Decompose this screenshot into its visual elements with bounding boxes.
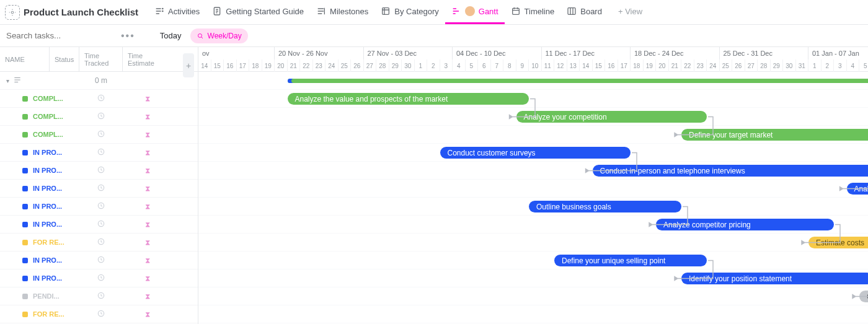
gantt-bar[interactable]: Identify your position statement [681,273,868,284]
day-label: 23 [313,59,326,72]
gantt-bar[interactable]: Analyze your competition [516,111,707,123]
day-label: 30 [783,59,796,72]
gantt-bar[interactable]: Analyze the value and prospects of the m… [288,93,529,105]
day-label: 7 [491,59,504,72]
status-text: IN PRO... [33,167,62,174]
status-badge [22,186,28,191]
status-badge [22,114,28,120]
day-label: 16 [224,59,237,72]
day-label: 19 [262,59,275,72]
gantt-bar[interactable]: Conduct customer surveys [440,147,631,159]
svg-point-0 [11,11,14,14]
gantt-row: Present messaging framework [198,305,868,323]
week-label: 04 Dec - 10 Dec [453,47,542,59]
day-label: 6 [478,59,491,72]
table-row[interactable]: IN PRO...⧗ [0,269,198,287]
day-label: 23 [694,59,707,72]
hourglass-icon: ⧗ [145,202,150,211]
gantt-bar[interactable]: Conduct in-person and telephone intervie… [593,165,869,177]
hourglass-icon: ⧗ [145,238,150,247]
table-row[interactable]: FOR RE...⧗ [0,234,198,252]
status-badge [22,258,28,263]
day-label: 21 [288,59,301,72]
search-input[interactable] [5,28,112,43]
clock-icon [97,129,105,140]
time-header: ov20 Nov - 26 Nov27 Nov - 03 Dec04 Dec -… [198,47,868,72]
gantt-chart[interactable]: Today Analyze the value and prospects of… [198,72,868,324]
status-text: IN PRO... [33,185,62,192]
week-label: 20 Nov - 26 Nov [275,47,364,59]
overview-bar[interactable] [288,79,869,83]
gantt-bar[interactable]: Outline business goals [529,201,681,212]
add-column-button[interactable]: + [183,53,194,77]
collapse-caret-icon[interactable]: ▾ [6,77,9,84]
svg-rect-5 [512,8,519,14]
today-button[interactable]: Today [160,31,182,40]
table-row[interactable]: IN PRO...⧗ [0,198,198,216]
day-label: 18 [249,59,262,72]
table-row[interactable]: COMPL...⧗ [0,90,198,108]
gantt-bar[interactable]: Define your unique selling point [554,255,707,266]
tab-bycategory[interactable]: By Category [374,1,445,24]
table-row[interactable]: PENDI...⧗ [0,287,198,305]
day-label: 30 [402,59,415,72]
add-view-button[interactable]: + View [612,1,649,24]
table-row[interactable]: IN PRO...⧗ [0,216,198,234]
clock-icon [97,94,105,104]
gantt-row: Define your target market [198,126,868,144]
day-label: 27 [364,59,377,72]
table-row[interactable]: COMPL...⧗ [0,108,198,126]
zoom-chip[interactable]: Week/Day [190,28,248,43]
day-label: 17 [237,59,250,72]
tab-guide[interactable]: Getting Started Guide [206,1,310,24]
col-status[interactable]: Status [50,47,79,71]
left-pane: NAME Status Time Tracked Time Estimate +… [0,47,198,324]
week-label: ov [198,47,275,59]
gantt-row: Conduct in-person and telephone intervie… [198,162,868,180]
tab-milestones[interactable]: Milestones [310,1,374,24]
day-label: 15 [211,59,224,72]
svg-point-7 [198,33,202,37]
col-estimate[interactable]: Time Estimate [123,47,172,71]
list-icon [13,76,22,86]
app-icon [5,5,20,20]
tab-timeline[interactable]: Timeline [505,1,561,24]
day-label: 1 [808,59,822,72]
gantt-bar[interactable]: Define your target market [681,129,868,141]
status-badge [22,312,28,317]
day-label: 27 [745,59,758,72]
more-icon[interactable]: ••• [121,30,135,42]
day-label: 5 [859,59,868,72]
gantt-bar[interactable]: Analyze competitor pricing [656,219,834,230]
table-row[interactable]: COMPL...⧗ [0,126,198,144]
col-name[interactable]: NAME [0,47,50,71]
table-row[interactable]: IN PRO...⧗ [0,144,198,162]
status-badge [22,222,28,227]
gantt-bar[interactable]: Complete the messaging framew... [859,291,868,302]
day-label: 28 [758,59,771,72]
hourglass-icon: ⧗ [145,256,150,265]
table-row[interactable]: IN PRO...⧗ [0,162,198,180]
table-row[interactable]: IN PRO...⧗ [0,252,198,269]
day-label: 28 [376,59,389,72]
gantt-pane[interactable]: ov20 Nov - 26 Nov27 Nov - 03 Dec04 Dec -… [198,47,868,324]
tab-activities[interactable]: Activities [148,1,206,24]
table-row[interactable]: IN PRO...⧗ [0,180,198,198]
gantt-bar[interactable]: Analyze site and social media analytics … [847,183,869,195]
status-badge [22,150,28,155]
gantt-row: Analyze competitor pricing [198,216,868,234]
col-tracked[interactable]: Time Tracked [79,47,123,71]
status-text: PENDI... [33,292,60,300]
week-label: 01 Jan - 07 Jan [808,47,868,59]
svg-point-1 [162,8,163,9]
gantt-bar[interactable]: Estimate costs [808,237,868,248]
day-label: 22 [300,59,313,72]
toolbar: ••• Today Week/Day [0,25,868,47]
tab-board[interactable]: Board [560,1,608,24]
day-label: 25 [339,59,352,72]
status-text: IN PRO... [33,256,62,264]
table-row[interactable]: FOR RE...⧗ [0,305,198,323]
status-badge [22,168,28,173]
summary-row[interactable]: ▾ 0 m [0,72,198,90]
tab-gantt[interactable]: Gantt [445,1,505,24]
